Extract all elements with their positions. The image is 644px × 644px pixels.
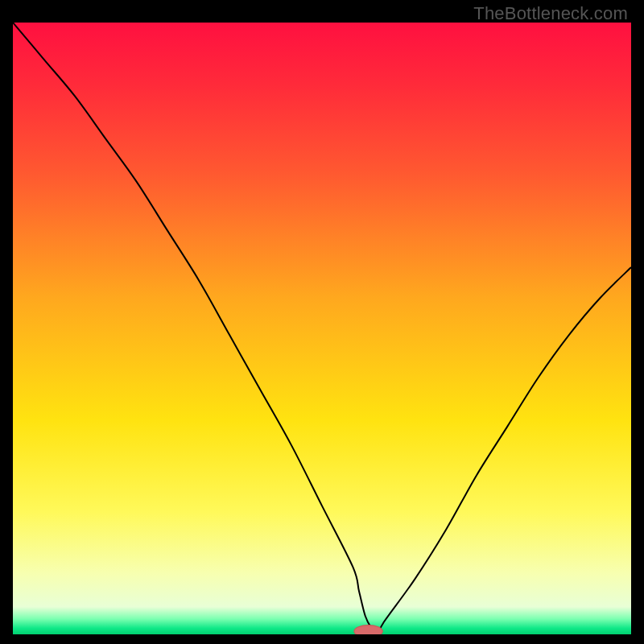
chart-frame — [13, 23, 631, 634]
watermark-text: TheBottleneck.com — [473, 3, 628, 24]
optimal-marker — [354, 625, 382, 634]
chart-background — [13, 23, 631, 634]
bottleneck-chart — [13, 23, 631, 634]
